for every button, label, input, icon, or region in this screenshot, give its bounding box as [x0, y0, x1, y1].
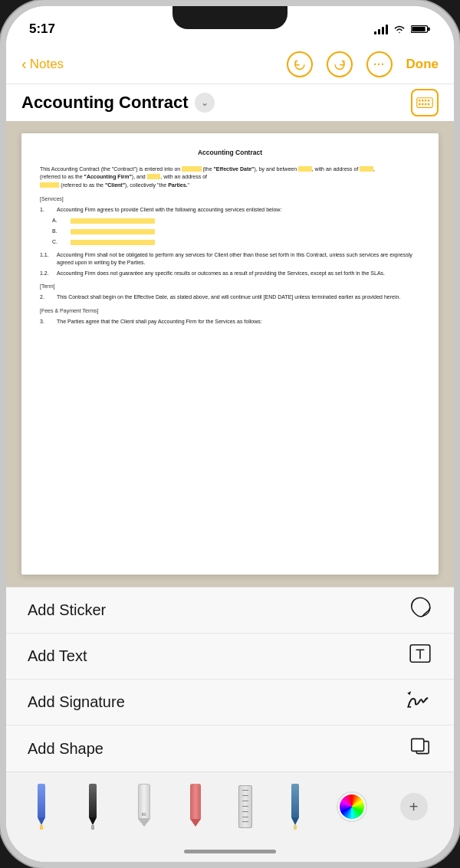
color-picker-button[interactable]: [338, 793, 366, 821]
more-button[interactable]: ···: [366, 51, 393, 77]
svg-rect-6: [425, 100, 426, 101]
client-address-highlight: [40, 182, 59, 188]
doc-intro-paragraph: This Accounting Contract (the "Contract"…: [40, 165, 420, 190]
accounting-firm-label: "Accounting Firm": [84, 174, 132, 179]
redo-button[interactable]: [327, 51, 353, 77]
nav-bar: ‹ Notes ···: [6, 44, 454, 84]
effective-date-highlight: [182, 166, 201, 172]
list-item-2: 2. This Contract shall begin on the Effe…: [40, 293, 420, 301]
nav-back-button[interactable]: ‹ Notes: [21, 55, 64, 73]
signal-bars-icon: [374, 24, 388, 34]
svg-rect-2: [412, 27, 425, 31]
notch: [172, 6, 288, 29]
bottom-menu: Add Sticker Add Text: [6, 587, 454, 771]
blue-pen-tool[interactable]: [33, 784, 50, 830]
doc-main-title: Accounting Contract: [40, 149, 420, 158]
black-pen-icon: [84, 784, 101, 830]
firm-address-highlight: [360, 166, 373, 172]
sticker-icon: [408, 595, 432, 625]
doc-title: Accounting Contract: [21, 93, 189, 113]
tools-bar: 80: [6, 771, 454, 840]
add-signature-button[interactable]: Add Signature: [6, 680, 454, 726]
term-header: [Term]: [40, 283, 420, 290]
sub-b-label: B.: [52, 228, 67, 236]
svg-rect-7: [428, 100, 429, 101]
doc-title-bar: Accounting Contract ⌄: [6, 84, 454, 121]
sub-item-c: C.: [52, 238, 420, 247]
fees-header: [Fees & Payment Terms]: [40, 307, 420, 315]
item-1-num: 1.: [40, 206, 52, 214]
nav-back-label: Notes: [30, 57, 64, 72]
blue-pencil-icon: [287, 784, 304, 830]
add-sticker-label: Add Sticker: [28, 601, 106, 619]
status-icons: [374, 24, 431, 34]
list-item-1-2: 1.2. Accounting Firm does not guarantee …: [40, 270, 420, 277]
item-3-num: 3.: [40, 318, 52, 326]
ruler-icon: [238, 785, 252, 828]
add-tool-button[interactable]: +: [400, 793, 428, 821]
sub-item-b: B.: [52, 228, 420, 236]
keyboard-toggle-button[interactable]: [411, 89, 439, 116]
blue-pen-icon: [33, 784, 50, 830]
sub-a-highlight: [71, 218, 155, 224]
item-1-2-num: 1.2.: [40, 270, 52, 277]
sub-a-label: A.: [52, 217, 67, 225]
add-shape-label: Add Shape: [28, 740, 104, 758]
undo-button[interactable]: [287, 51, 313, 77]
blue-pencil-tool[interactable]: [287, 784, 304, 830]
status-time: 5:17: [29, 21, 55, 37]
document-area: Accounting Contract This Accounting Cont…: [6, 121, 454, 587]
redo-icon: [333, 58, 347, 70]
client-label: "Client": [105, 182, 125, 188]
sub-list-abc: A. B. C.: [52, 217, 420, 247]
svg-rect-11: [428, 103, 429, 105]
add-text-button[interactable]: Add Text: [6, 634, 454, 680]
sub-b-highlight: [71, 229, 155, 234]
signature-icon: [405, 687, 432, 717]
svg-rect-10: [425, 103, 426, 105]
home-bar: [184, 850, 276, 853]
done-button[interactable]: Done: [406, 57, 439, 72]
white-marker-icon: 80: [136, 784, 153, 830]
client-name-highlight: [147, 174, 161, 179]
svg-rect-9: [422, 103, 423, 105]
eraser-tool[interactable]: [187, 784, 204, 830]
phone-screen: 5:17: [6, 6, 454, 862]
add-text-icon: [408, 641, 432, 671]
svg-rect-8: [419, 103, 420, 105]
effective-date-label: "Effective Date": [214, 166, 255, 172]
intro-text: This Accounting Contract (the "Contract"…: [40, 166, 180, 172]
item-2-num: 2.: [40, 293, 52, 301]
title-chevron-button[interactable]: ⌄: [195, 93, 215, 113]
sub-c-highlight: [71, 240, 155, 245]
item-1-1-text: Accounting Firm shall not be obligated t…: [57, 251, 420, 267]
svg-rect-1: [428, 28, 430, 31]
document-paper: Accounting Contract This Accounting Cont…: [21, 133, 439, 575]
item-1-1-num: 1.1.: [40, 251, 52, 267]
keyboard-icon: [416, 97, 433, 109]
firm-name-highlight: [298, 166, 312, 172]
home-indicator: [6, 840, 454, 862]
wifi-icon: [393, 24, 406, 34]
item-1-2-text: Accounting Firm does not guarantee any s…: [57, 270, 385, 277]
svg-rect-3: [417, 98, 432, 108]
add-shape-button[interactable]: Add Shape: [6, 726, 454, 771]
add-text-label: Add Text: [28, 647, 87, 665]
item-1-text: Accounting Firm agrees to provide Client…: [57, 206, 281, 214]
doc-title-left: Accounting Contract ⌄: [21, 93, 215, 113]
list-item-1-1: 1.1. Accounting Firm shall not be obliga…: [40, 251, 420, 267]
back-chevron-icon: ‹: [21, 55, 27, 73]
add-sticker-button[interactable]: Add Sticker: [6, 588, 454, 634]
list-item-1: 1. Accounting Firm agrees to provide Cli…: [40, 206, 420, 214]
add-signature-label: Add Signature: [28, 693, 125, 711]
svg-rect-15: [412, 739, 424, 751]
list-item-3: 3. The Parties agree that the Client sha…: [40, 318, 420, 326]
shape-icon: [408, 734, 432, 764]
item-3-text: The Parties agree that the Client shall …: [57, 318, 262, 326]
svg-rect-4: [419, 100, 420, 101]
white-marker-tool[interactable]: 80: [136, 784, 153, 830]
battery-icon: [411, 24, 431, 34]
ruler-tool[interactable]: [238, 785, 252, 828]
black-pen-tool[interactable]: [84, 784, 101, 830]
svg-rect-5: [422, 100, 423, 101]
